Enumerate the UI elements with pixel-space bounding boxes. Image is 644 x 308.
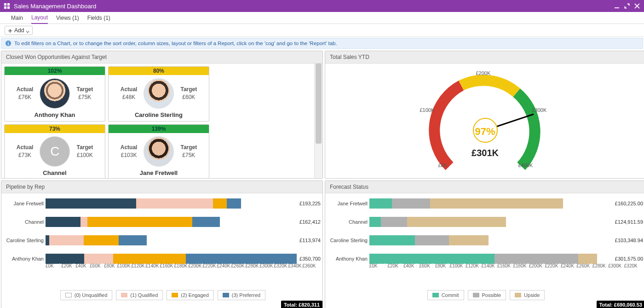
add-button[interactable]: Add bbox=[5, 26, 33, 35]
target-label: Target bbox=[76, 144, 93, 151]
bar-segment[interactable] bbox=[407, 217, 506, 227]
actual-label: Actual bbox=[121, 86, 138, 93]
legend-item[interactable]: (2) Engaged bbox=[167, 290, 214, 300]
bar-segment[interactable] bbox=[46, 235, 49, 245]
bar-total: £301,575.00 bbox=[615, 256, 643, 262]
bar-segment[interactable] bbox=[119, 235, 147, 245]
bar-row: Caroline Sterling£103,348.94 bbox=[329, 233, 643, 248]
avatar bbox=[40, 78, 70, 109]
bar-segment[interactable] bbox=[369, 217, 381, 227]
tab-layout[interactable]: Layout bbox=[31, 12, 48, 24]
tab-main[interactable]: Main bbox=[11, 12, 23, 24]
bar-segment[interactable] bbox=[84, 254, 113, 264]
bar-segment[interactable] bbox=[186, 254, 297, 264]
bar-segment[interactable] bbox=[49, 235, 84, 245]
actual-value: £73K bbox=[18, 152, 31, 158]
tab-fields[interactable]: Fields (1) bbox=[87, 12, 110, 24]
gauge-tick: £0K bbox=[438, 163, 448, 168]
avatar bbox=[144, 78, 174, 109]
bar-segment[interactable] bbox=[84, 235, 119, 245]
chart-pipeline: Jane Fretwell£193,225Channel£162,412Caro… bbox=[5, 196, 321, 273]
window-title: Sales Management Dashboard bbox=[14, 3, 96, 10]
legend-item[interactable]: (3) Preferred bbox=[218, 290, 265, 300]
avatar: C bbox=[40, 136, 70, 167]
target-percent: 139% bbox=[109, 125, 209, 133]
panel-targets: Closed Won Opportunities Against Target … bbox=[1, 51, 323, 179]
gauge-tick: £400K bbox=[518, 163, 533, 168]
chart-forecast: Jane Fretwell£160,225.00Channel£124,911.… bbox=[329, 196, 643, 273]
plus-icon bbox=[8, 28, 12, 33]
target-value: £60K bbox=[182, 94, 195, 100]
target-name: Channel bbox=[5, 169, 105, 178]
target-value: £75K bbox=[182, 152, 195, 158]
svg-rect-3 bbox=[7, 6, 10, 9]
legend-item[interactable]: (0) Unqualified bbox=[60, 290, 113, 300]
chevron-down-icon bbox=[26, 29, 29, 32]
bar-segment[interactable] bbox=[494, 254, 578, 264]
target-name: Anthony Khan bbox=[5, 111, 105, 121]
target-card[interactable]: 139%Actual£103KTarget£75KJane Fretwell bbox=[108, 124, 209, 178]
bar-total: £350,700 bbox=[299, 256, 321, 262]
panel-title: Closed Won Opportunities Against Target bbox=[1, 51, 322, 64]
tab-views[interactable]: Views (1) bbox=[56, 12, 79, 24]
bar-segment[interactable] bbox=[46, 254, 84, 264]
tab-bar: Main Layout Views (1) Fields (1) bbox=[0, 12, 644, 24]
x-axis: £0K£20K£40K£60K£80K£100K£120K£140K£160K£… bbox=[369, 263, 638, 273]
maximize-icon[interactable] bbox=[624, 3, 630, 9]
bar-total: £193,225 bbox=[299, 201, 321, 206]
bar-segment[interactable] bbox=[369, 254, 494, 264]
info-text: To edit filters on a Chart, or to change… bbox=[14, 41, 337, 46]
bar-segment[interactable] bbox=[46, 217, 80, 227]
y-axis-label: Anthony Khan bbox=[329, 256, 369, 262]
bar-segment[interactable] bbox=[46, 198, 136, 209]
bar-segment[interactable] bbox=[578, 254, 597, 264]
bar-total: £124,911.59 bbox=[615, 219, 643, 225]
bar-segment[interactable] bbox=[113, 254, 186, 264]
legend-item[interactable]: Upside bbox=[510, 290, 545, 300]
target-card[interactable]: 80%Actual£48KTarget£60KCaroline Sterling bbox=[108, 66, 209, 122]
gauge: 97% £301K £0K £100K £200K £300K £400K bbox=[416, 70, 554, 172]
gauge-tick: £200K bbox=[476, 70, 491, 76]
bar-segment[interactable] bbox=[449, 235, 489, 245]
minimize-icon[interactable] bbox=[614, 3, 620, 9]
bar-row: Jane Fretwell£160,225.00 bbox=[329, 196, 643, 211]
dashboard-icon bbox=[4, 3, 10, 9]
bar-segment[interactable] bbox=[415, 235, 449, 245]
panel-gauge: Total Sales YTD 97% £301K £0K bbox=[325, 51, 644, 179]
bar-row: Jane Fretwell£193,225 bbox=[5, 196, 321, 211]
close-icon[interactable] bbox=[634, 3, 640, 9]
bar-segment[interactable] bbox=[227, 198, 241, 209]
bar-segment[interactable] bbox=[192, 217, 220, 227]
bar-segment[interactable] bbox=[80, 217, 87, 227]
legend-item[interactable]: Commit bbox=[427, 290, 464, 300]
y-axis-label: Caroline Sterling bbox=[5, 238, 46, 243]
bar-segment[interactable] bbox=[381, 217, 408, 227]
panel-title: Pipeline by Rep bbox=[1, 181, 322, 193]
bar-segment[interactable] bbox=[369, 235, 415, 245]
target-label: Target bbox=[76, 86, 93, 93]
actual-label: Actual bbox=[121, 144, 138, 151]
bar-segment[interactable] bbox=[136, 198, 213, 209]
target-name: Caroline Sterling bbox=[109, 111, 209, 121]
bar-segment[interactable] bbox=[430, 198, 563, 209]
target-percent: 80% bbox=[109, 67, 209, 75]
svg-text:i: i bbox=[8, 41, 9, 46]
gauge-tick: £300K bbox=[532, 107, 547, 113]
bar-row: Channel£162,412 bbox=[5, 215, 321, 229]
panel-forecast: Forecast Status Jane Fretwell£160,225.00… bbox=[325, 180, 644, 308]
bar-segment[interactable] bbox=[369, 198, 392, 209]
target-label: Target bbox=[180, 144, 197, 151]
target-card[interactable]: 73%Actual£73KCTarget£100KChannel bbox=[4, 124, 105, 178]
scrollbar-thumb[interactable] bbox=[316, 64, 322, 144]
bar-total: £162,412 bbox=[299, 219, 321, 225]
legend-item[interactable]: Possible bbox=[468, 290, 506, 300]
bar-segment[interactable] bbox=[87, 217, 192, 227]
actual-value: £76K bbox=[18, 94, 31, 100]
bar-segment[interactable] bbox=[213, 198, 227, 209]
bar-segment[interactable] bbox=[392, 198, 430, 209]
legend-item[interactable]: (1) Qualified bbox=[116, 290, 163, 300]
target-card[interactable]: 102%Actual£76KTarget£75KAnthony Khan bbox=[4, 66, 105, 122]
y-axis-label: Jane Fretwell bbox=[329, 201, 369, 206]
scrollbar[interactable] bbox=[314, 64, 322, 178]
dashboard-grid: Closed Won Opportunities Against Target … bbox=[0, 51, 644, 308]
